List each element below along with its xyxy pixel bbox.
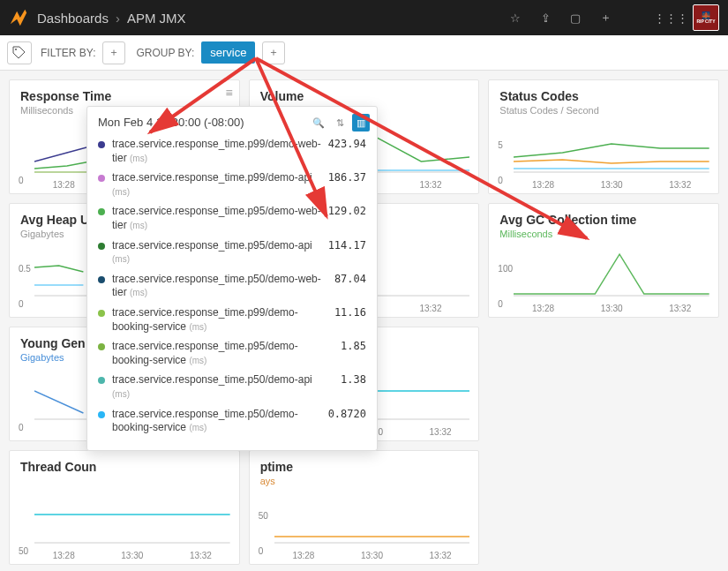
plus-icon[interactable]: ＋ <box>594 6 617 29</box>
axis-x-tick: 13:32 <box>190 551 212 560</box>
axis-x-tick: 13:30 <box>361 551 383 560</box>
card-subtitle: Milliseconds <box>499 229 708 239</box>
filter-by-label: FILTER BY: <box>41 47 95 59</box>
tooltip-row: trace.service.response_time.p99/demo-api… <box>98 171 366 199</box>
tooltip-series-value: 11.16 <box>322 306 366 319</box>
tooltip-series-value: 0.8720 <box>322 408 366 420</box>
axis-x-tick: 13:32 <box>430 427 452 437</box>
tooltip-series-label: trace.service.response_time.p99/demo-boo… <box>112 306 322 334</box>
tooltip-series-label: trace.service.response_time.p95/demo-web… <box>112 205 322 232</box>
series-color-dot <box>98 141 105 148</box>
tooltip-search-icon[interactable]: 🔍 <box>310 114 327 131</box>
tooltip-sort-icon[interactable]: ⇅ <box>331 114 349 131</box>
axis-y-tick: 0 <box>19 176 24 185</box>
axis-x-tick: 13:32 <box>669 180 691 190</box>
series-color-dot <box>98 377 105 384</box>
axis-y-tick: 50 <box>19 546 28 556</box>
axis-x-tick: 13:32 <box>419 180 441 190</box>
tooltip-columns-icon[interactable]: ▥ <box>352 114 370 131</box>
card-title: ptime <box>260 460 469 474</box>
axis-y-tick: 0 <box>498 299 503 309</box>
group-by-chip[interactable]: service <box>201 41 255 64</box>
tooltip-series-value: 1.85 <box>322 340 366 352</box>
chart-plot[interactable]: 50 13:2813:3013:32 <box>19 488 230 559</box>
org-logo-icon[interactable]: 🌉RIP CITY <box>693 4 719 31</box>
card-title: Volume <box>260 89 469 103</box>
tooltip-series-label: trace.service.response_time.p99/demo-api… <box>112 171 322 199</box>
tag-filter-icon[interactable] <box>7 41 32 64</box>
axis-x-tick: 13:32 <box>430 551 452 560</box>
tooltip-series-value: 423.94 <box>322 138 366 150</box>
axis-y-tick: 0 <box>259 546 264 556</box>
add-group-button[interactable]: ＋ <box>262 41 285 64</box>
card-subtitle: ays <box>260 476 469 486</box>
axis-x-tick: 13:30 <box>601 304 623 313</box>
axis-x-tick: 13:28 <box>53 180 75 190</box>
add-filter-button[interactable]: ＋ <box>102 41 125 64</box>
star-icon[interactable]: ☆ <box>504 6 527 29</box>
apps-grid-icon[interactable]: ⋮⋮⋮ <box>659 6 682 29</box>
tooltip-series-label: trace.service.response_time.p50/demo-boo… <box>112 408 322 435</box>
tooltip-series-label: trace.service.response_time.p95/demo-boo… <box>112 340 322 367</box>
series-color-dot <box>98 175 105 182</box>
tooltip-series-label: trace.service.response_time.p99/demo-web… <box>112 138 322 165</box>
tooltip-series-value: 1.38 <box>322 373 366 386</box>
tooltip-row: trace.service.response_time.p50/demo-api… <box>98 373 366 401</box>
tooltip-series-label: trace.service.response_time.p95/demo-api… <box>112 239 322 267</box>
tooltip-row: trace.service.response_time.p95/demo-web… <box>98 205 366 232</box>
breadcrumb: Dashboards › APM JMX <box>37 11 186 26</box>
card-title: Thread Coun <box>20 460 229 474</box>
top-bar: Dashboards › APM JMX ☆ ⇪ ▢ ＋ ⋮⋮⋮ 🌉RIP CI… <box>0 0 728 35</box>
card-title: Response Time <box>20 89 229 103</box>
chart-plot[interactable]: 500 13:2813:3013:32 <box>259 488 470 559</box>
axis-x-tick: 13:30 <box>601 180 623 190</box>
series-color-dot <box>98 276 105 283</box>
tooltip-series-value: 186.37 <box>322 171 366 184</box>
series-color-dot <box>98 343 105 350</box>
card-title: Status Codes <box>499 89 708 103</box>
series-color-dot <box>98 411 105 418</box>
tooltip-series-value: 129.02 <box>322 205 366 217</box>
series-color-dot <box>98 310 105 317</box>
series-color-dot <box>98 243 105 250</box>
axis-y-tick: 100 <box>498 264 513 274</box>
chart-plot[interactable]: 50 13:2813:3013:32 <box>498 117 709 188</box>
axis-y-tick: 0 <box>19 299 24 309</box>
axis-y-tick: 5 <box>498 140 503 150</box>
axis-x-tick: 13:32 <box>419 304 441 313</box>
card-menu-icon[interactable]: ≡ <box>225 86 231 100</box>
chart-plot[interactable]: 1000 13:2813:3013:32 <box>498 241 709 312</box>
chart-card[interactable]: Thread Coun 50 13:2813:3013:32 <box>9 450 240 565</box>
tooltip-series-value: 114.17 <box>322 239 366 252</box>
axis-x-tick: 13:28 <box>532 304 554 313</box>
tooltip-row: trace.service.response_time.p99/demo-web… <box>98 138 366 165</box>
chart-card[interactable]: ptime ays 500 13:2813:3013:32 <box>249 450 480 565</box>
axis-y-tick: 50 <box>259 511 268 521</box>
tooltip-row: trace.service.response_time.p99/demo-boo… <box>98 306 366 334</box>
axis-y-tick: 0.5 <box>19 264 31 274</box>
tooltip-series-value: 87.04 <box>322 273 366 285</box>
axis-x-tick: 13:28 <box>532 180 554 190</box>
tooltip-row: trace.service.response_time.p95/demo-api… <box>98 239 366 267</box>
axis-y-tick: 0 <box>498 176 503 185</box>
filter-bar: FILTER BY: ＋ GROUP BY: service ＋ <box>0 35 728 71</box>
share-icon[interactable]: ⇪ <box>534 6 557 29</box>
axis-x-tick: 13:28 <box>292 551 314 560</box>
axis-x-tick: 13:28 <box>53 551 75 560</box>
brand-logo-icon <box>9 8 28 27</box>
breadcrumb-root[interactable]: Dashboards <box>37 11 109 26</box>
axis-x-tick: 13:32 <box>669 304 691 313</box>
chevron-right-icon: › <box>116 11 120 26</box>
axis-y-tick: 0 <box>19 423 24 432</box>
card-subtitle: Status Codes / Second <box>499 105 708 116</box>
axis-x-tick: 13:30 <box>121 551 143 560</box>
display-icon[interactable]: ▢ <box>564 6 587 29</box>
tooltip-row: trace.service.response_time.p50/demo-web… <box>98 273 366 300</box>
tooltip-row: trace.service.response_time.p50/demo-boo… <box>98 408 366 435</box>
card-title: Avg GC Collection time <box>499 213 708 227</box>
tooltip-row: trace.service.response_time.p95/demo-boo… <box>98 340 366 367</box>
breadcrumb-current[interactable]: APM JMX <box>127 11 186 26</box>
chart-card[interactable]: Status Codes Status Codes / Second 50 13… <box>488 79 719 194</box>
chart-card[interactable]: Avg GC Collection time Milliseconds 1000… <box>488 203 719 318</box>
group-by-label: GROUP BY: <box>136 47 194 59</box>
